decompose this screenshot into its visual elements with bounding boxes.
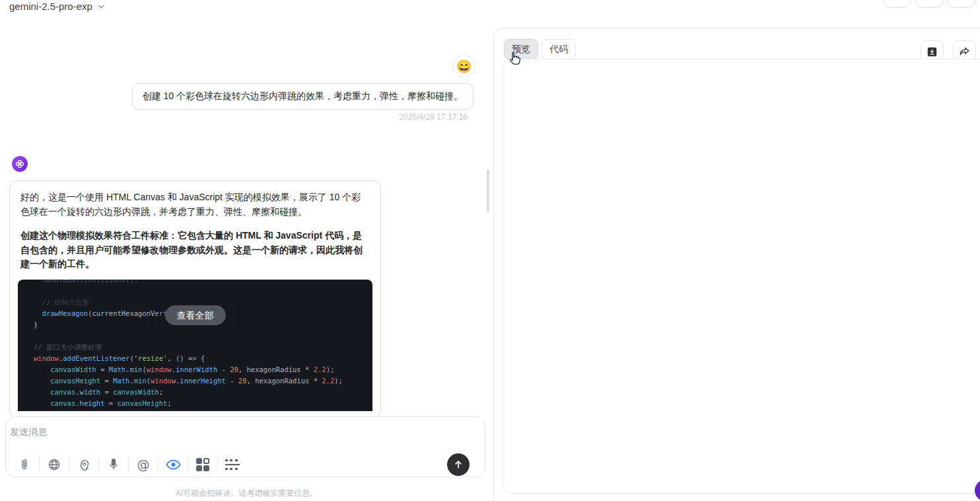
attach-file-button[interactable] — [10, 454, 39, 475]
toolbar-stub-button-1[interactable] — [883, 0, 911, 8]
mention-button[interactable]: @ — [129, 454, 158, 475]
user-message-bubble: 创建 10 个彩色球在旋转六边形内弹跳的效果，考虑重力，弹性，摩擦和碰撞。 — [132, 83, 473, 110]
microphone-icon — [108, 457, 120, 472]
settings-button[interactable] — [218, 454, 247, 475]
model-selector-label: gemini-2.5-pro-exp — [9, 1, 92, 12]
code-line: canvas.height = canvasHeight; — [34, 398, 372, 409]
plugins-button[interactable] — [188, 454, 217, 475]
user-avatar-emoji: 😄 — [456, 59, 472, 74]
code-line: canvasHeight = Math.min(window.innerHeig… — [34, 375, 372, 387]
composer-toolbar: @ — [10, 454, 247, 475]
assistant-avatar — [12, 156, 28, 172]
user-avatar: 😄 — [452, 55, 475, 78]
share-icon — [958, 46, 971, 58]
ai-disclaimer: AI可能会犯错误。请考虑核实重要信息。 — [0, 488, 493, 499]
tab-code[interactable]: 代码 — [542, 39, 576, 59]
toolbar-stub-button-2[interactable] — [915, 0, 943, 8]
artifact-panel: 预览 代码 — [493, 28, 980, 501]
voice-input-button[interactable] — [99, 454, 128, 475]
code-line: handleBallCollisions(); — [34, 280, 372, 286]
toolbar-stub-button-3[interactable] — [948, 0, 975, 8]
message-input[interactable]: 发送消息 — [10, 426, 47, 438]
chat-scrollbar-thumb[interactable] — [487, 169, 489, 213]
code-line — [34, 330, 372, 342]
code-block: handleBallCollisions(); // 绘制六边形 drawHex… — [18, 280, 372, 411]
code-line: // 窗口大小调整处理 — [34, 342, 372, 353]
globe-icon — [48, 458, 61, 471]
brain-head-icon — [77, 458, 90, 472]
model-selector[interactable]: gemini-2.5-pro-exp — [9, 1, 106, 12]
grid-icon — [196, 458, 209, 471]
assistant-paragraph-1: 好的，这是一个使用 HTML Canvas 和 JavaScript 实现的模拟… — [20, 190, 370, 219]
web-search-button[interactable] — [40, 454, 69, 475]
vision-toggle-button[interactable] — [158, 454, 188, 475]
at-sign-icon: @ — [137, 457, 150, 472]
sliders-dashes-icon — [225, 459, 240, 470]
paperclip-icon — [18, 457, 30, 472]
view-all-button[interactable]: 查看全部 — [165, 305, 226, 325]
assistant-paragraph-2: 创建这个物理模拟效果符合工件标准：它包含大量的 HTML 和 JavaScrip… — [20, 229, 370, 272]
send-button[interactable] — [447, 453, 470, 476]
assistant-message-bubble: 好的，这是一个使用 HTML Canvas 和 JavaScript 实现的模拟… — [9, 180, 381, 418]
preview-content-area — [503, 59, 980, 494]
thinking-mode-button[interactable] — [69, 454, 98, 475]
eye-icon — [166, 459, 181, 471]
arrow-up-icon — [453, 459, 464, 470]
code-line — [34, 286, 372, 297]
chevron-down-icon — [97, 2, 106, 11]
user-message-text: 创建 10 个彩色球在旋转六边形内弹跳的效果，考虑重力，弹性，摩擦和碰撞。 — [143, 91, 463, 101]
code-line: canvas.width = canvasWidth; — [34, 387, 372, 398]
composer: 发送消息 — [5, 416, 485, 477]
artifact-tabs: 预览 代码 — [504, 39, 576, 59]
tab-preview[interactable]: 预览 — [504, 39, 538, 59]
code-line: canvasWidth = Math.min(window.innerWidth… — [34, 364, 372, 375]
app-window: gemini-2.5-pro-exp 😄 创建 10 个彩色球在旋转六边形内弹跳… — [0, 0, 980, 501]
code-line: window.addEventListener('resize', () => … — [34, 353, 372, 364]
download-icon — [927, 46, 938, 58]
code-block-lines: handleBallCollisions(); // 绘制六边形 drawHex… — [34, 280, 372, 409]
message-timestamp: 2025/4/29 17:17:16 — [400, 112, 468, 122]
clover-logo-icon — [15, 159, 25, 169]
